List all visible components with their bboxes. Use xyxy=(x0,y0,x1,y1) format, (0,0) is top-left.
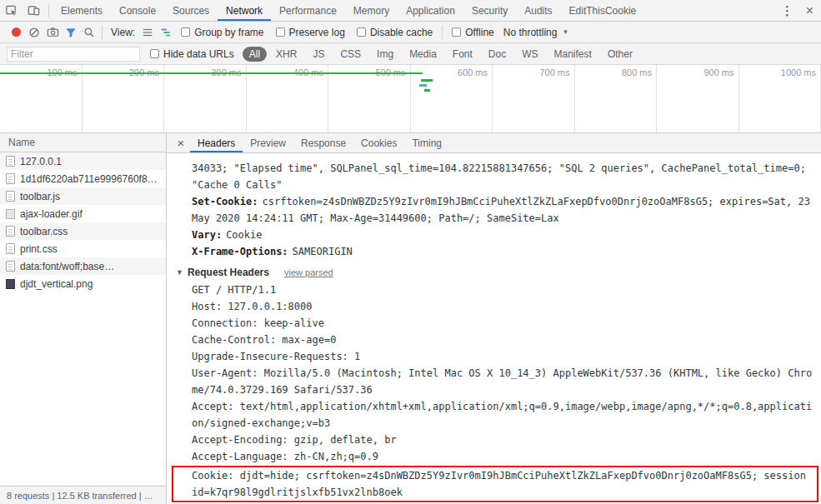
chevron-down-icon: ▼ xyxy=(562,28,568,36)
filter-pill-manifest[interactable]: Manifest xyxy=(548,47,598,62)
tab-response[interactable]: Response xyxy=(293,133,353,152)
preserve-log-checkbox[interactable]: Preserve log xyxy=(276,27,345,38)
request-row[interactable]: 1d1df6220ab711e9996760f8… xyxy=(0,170,166,187)
waterfall-icon xyxy=(160,27,172,38)
tab-editthiscookie[interactable]: EditThisCookie xyxy=(561,0,645,21)
raw-request-line: Accept: text/html,application/xhtml+xml,… xyxy=(192,398,821,432)
tab-elements[interactable]: Elements xyxy=(53,0,111,21)
checkbox-box xyxy=(452,27,461,37)
filter-pill-img[interactable]: Img xyxy=(370,47,400,62)
request-row[interactable]: toolbar.css xyxy=(0,222,166,240)
screenshot-capture-button[interactable] xyxy=(43,24,62,41)
large-request-rows-toggle[interactable] xyxy=(138,24,157,41)
clear-button[interactable] xyxy=(25,24,43,41)
filter-pill-other[interactable]: Other xyxy=(601,47,639,62)
request-row[interactable]: data:font/woff;base… xyxy=(0,257,166,275)
search-icon xyxy=(83,27,95,38)
tab-console[interactable]: Console xyxy=(111,0,164,21)
camera-icon xyxy=(47,26,59,38)
triangle-down-icon[interactable]: ▼ xyxy=(176,264,183,281)
timeline-overview[interactable]: 100 ms 200 ms 300 ms 400 ms 500 ms 600 m… xyxy=(0,65,821,133)
inspect-element-button[interactable] xyxy=(0,0,23,21)
request-row[interactable]: 127.0.0.1 xyxy=(0,152,166,170)
tab-headers[interactable]: Headers xyxy=(190,133,243,152)
header-value: csrftoken=z4sDnWBZDz5Y9zIvr0mI9hJBmCciPu… xyxy=(192,196,810,224)
request-row[interactable]: ajax-loader.gif xyxy=(0,205,166,222)
close-devtools-icon[interactable]: × xyxy=(798,0,821,21)
filter-input[interactable] xyxy=(7,47,140,62)
image-icon xyxy=(6,279,15,289)
timeline-tick: 100 ms xyxy=(0,65,83,132)
filter-pill-xhr[interactable]: XHR xyxy=(269,47,303,62)
request-headers-section[interactable]: ▼ Request Headers view parsed xyxy=(176,264,821,281)
document-icon xyxy=(6,156,15,167)
device-toolbar-button[interactable] xyxy=(23,0,45,21)
offline-checkbox[interactable]: Offline xyxy=(452,27,493,38)
timeline-tick: 800 ms xyxy=(575,65,658,132)
timeline-tick: 500 ms xyxy=(328,65,411,132)
network-summary-bar: 8 requests | 12.5 KB transferred | … xyxy=(0,486,166,504)
raw-request-line: Host: 127.0.0.1:8000 xyxy=(192,298,821,315)
close-details-icon[interactable]: × xyxy=(172,133,190,152)
tab-cookies[interactable]: Cookies xyxy=(353,133,404,152)
script-icon xyxy=(6,191,15,202)
group-by-frame-checkbox[interactable]: Group by frame xyxy=(181,27,263,38)
details-tab-bar: × Headers Preview Response Cookies Timin… xyxy=(167,133,821,153)
raw-request-line: Connection: keep-alive xyxy=(192,315,821,332)
throttling-select[interactable]: No throttling ▼ xyxy=(503,27,569,38)
network-filter-bar: Hide data URLs All XHR JS CSS Img Media … xyxy=(0,43,821,65)
tab-memory[interactable]: Memory xyxy=(345,0,398,21)
preserve-log-label: Preserve log xyxy=(289,27,345,38)
document-icon xyxy=(6,173,15,184)
tab-preview[interactable]: Preview xyxy=(243,133,293,152)
cookie-request-header-line: Cookie: djdt=hide; csrftoken=z4sDnWBZDz5… xyxy=(192,467,815,501)
tab-performance[interactable]: Performance xyxy=(271,0,345,21)
hide-data-urls-label: Hide data URLs xyxy=(163,48,234,60)
hide-data-urls-checkbox[interactable]: Hide data URLs xyxy=(150,48,234,60)
tab-timing[interactable]: Timing xyxy=(404,133,449,152)
request-name: ajax-loader.gif xyxy=(20,208,83,220)
tick-label: 800 ms xyxy=(622,67,652,77)
tab-network[interactable]: Network xyxy=(218,0,271,21)
header-key: X-Frame-Options: xyxy=(192,246,288,257)
tab-sources[interactable]: Sources xyxy=(164,0,218,21)
clear-icon xyxy=(28,27,40,38)
request-details-pane: × Headers Preview Response Cookies Timin… xyxy=(167,133,821,504)
tab-audits[interactable]: Audits xyxy=(516,0,560,21)
filter-pill-css[interactable]: CSS xyxy=(333,47,368,62)
header-key: Vary: xyxy=(192,229,222,241)
more-options-icon[interactable]: ⋮ xyxy=(776,0,798,21)
request-row[interactable]: djdt_vertical.png xyxy=(0,275,166,292)
filter-pill-ws[interactable]: WS xyxy=(515,47,544,62)
timeline-activity-line xyxy=(0,72,423,74)
filter-pill-doc[interactable]: Doc xyxy=(482,47,513,62)
header-value-overflow: 34033; "Elapsed time", SQLPanel_sql_time… xyxy=(192,160,821,193)
record-button[interactable] xyxy=(7,24,25,41)
tab-application[interactable]: Application xyxy=(398,0,463,21)
filter-pill-media[interactable]: Media xyxy=(403,47,443,62)
search-button[interactable] xyxy=(80,24,98,41)
inspect-icon xyxy=(5,4,18,17)
show-overview-toggle[interactable] xyxy=(157,24,175,41)
network-main-area: Name 127.0.0.1 1d1df6220ab711e9996760f8…… xyxy=(0,133,821,504)
timeline-request-bar xyxy=(421,79,433,82)
tab-security[interactable]: Security xyxy=(463,0,516,21)
timeline-tick: 1000 ms xyxy=(739,65,821,132)
request-row[interactable]: toolbar.js xyxy=(0,187,166,205)
headers-panel[interactable]: 34033; "Elapsed time", SQLPanel_sql_time… xyxy=(167,153,821,504)
filter-pill-font[interactable]: Font xyxy=(446,47,479,62)
header-key: Set-Cookie: xyxy=(192,196,258,207)
timeline-tick: 300 ms xyxy=(164,65,247,132)
list-rows-icon xyxy=(142,27,153,38)
disable-cache-checkbox[interactable]: Disable cache xyxy=(357,27,433,38)
view-parsed-link[interactable]: view parsed xyxy=(284,264,333,281)
column-header-name[interactable]: Name xyxy=(0,133,166,152)
filter-pill-js[interactable]: JS xyxy=(306,47,331,62)
request-name: print.css xyxy=(20,243,58,255)
request-name: data:font/woff;base… xyxy=(20,261,114,272)
request-name: 1d1df6220ab711e9996760f8… xyxy=(20,173,158,185)
header-value: SAMEORIGIN xyxy=(293,246,353,257)
request-row[interactable]: print.css xyxy=(0,240,166,257)
filter-pill-all[interactable]: All xyxy=(243,47,267,62)
filter-toggle-button[interactable] xyxy=(62,24,80,41)
